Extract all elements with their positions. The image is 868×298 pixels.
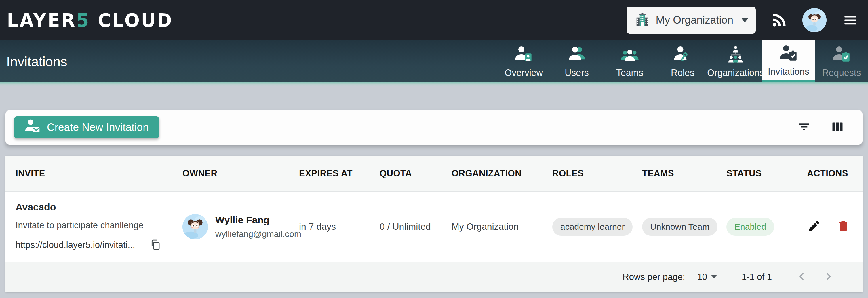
column-header-expires-at: EXPIRES AT — [299, 168, 380, 179]
tab-requests[interactable]: Requests — [815, 40, 868, 82]
column-header-status: STATUS — [726, 168, 807, 179]
layer5-cloud-logo: LAYER5 CLOUD — [7, 9, 173, 31]
column-header-teams: TEAMS — [642, 168, 726, 179]
invitations-table: INVITE OWNER EXPIRES AT QUOTA ORGANIZATI… — [5, 156, 863, 292]
status-badge: Enabled — [726, 218, 774, 236]
tab-label: Users — [565, 67, 589, 78]
rss-icon[interactable] — [771, 12, 787, 29]
create-new-invitation-button[interactable]: Create New Invitation — [14, 116, 159, 138]
section-header-bar: Invitations Overview Users — [0, 40, 868, 82]
column-header-quota: QUOTA — [380, 168, 452, 179]
invite-cell: Avacado Invitate to participate chanllen… — [16, 192, 183, 262]
tab-label: Overview — [504, 67, 543, 78]
column-header-invite: INVITE — [16, 168, 183, 179]
edit-pencil-icon[interactable] — [807, 219, 821, 234]
tab-overview[interactable]: Overview — [497, 40, 550, 82]
logo-word-layer: LAYER — [7, 9, 76, 31]
person-clipboard-check-icon — [779, 44, 798, 63]
teal-gradient-divider — [0, 82, 868, 86]
status-cell: Enabled — [726, 218, 807, 236]
expires-at-cell: in 7 days — [299, 221, 380, 232]
organization-select[interactable]: My Organization — [626, 7, 756, 34]
column-header-actions: ACTIONS — [807, 168, 863, 179]
org-tree-icon — [726, 45, 745, 64]
table-pagination: Rows per page: 10 1-1 of 1 — [5, 262, 863, 292]
building-icon — [634, 11, 651, 29]
page-title: Invitations — [0, 54, 67, 70]
tab-label: Teams — [616, 67, 643, 78]
person-badge-icon — [515, 45, 533, 64]
owner-name: Wyllie Fang — [215, 214, 301, 226]
top-app-bar: LAYER5 CLOUD — [0, 0, 868, 40]
column-header-owner: OWNER — [183, 168, 299, 179]
team-chip[interactable]: Unknown Team — [642, 218, 717, 236]
rows-per-page-value: 10 — [697, 272, 707, 282]
tab-label: Invitations — [768, 66, 809, 77]
rows-per-page-label: Rows per page: — [622, 272, 685, 282]
chevron-left-icon[interactable] — [795, 270, 808, 284]
person-key-icon — [674, 45, 692, 64]
logo-digit-5: 5 — [76, 9, 90, 31]
teams-icon — [620, 45, 639, 64]
actions-cell — [807, 219, 863, 234]
section-tabs: Overview Users Teams — [497, 40, 868, 82]
invite-description: Invitate to participate chanllenge — [16, 220, 171, 231]
role-chip[interactable]: academy learner — [552, 218, 632, 236]
pagination-range: 1-1 of 1 — [742, 272, 772, 282]
tab-label: Requests — [822, 67, 861, 78]
tab-invitations[interactable]: Invitations — [762, 40, 815, 82]
tab-users[interactable]: Users — [550, 40, 603, 82]
person-envelope-icon — [25, 118, 40, 137]
chevron-down-icon — [741, 18, 748, 23]
person-clipboard-check-icon — [832, 45, 851, 64]
table-row: Avacado Invitate to participate chanllen… — [5, 192, 863, 262]
table-header-row: INVITE OWNER EXPIRES AT QUOTA ORGANIZATI… — [5, 156, 863, 192]
table-toolbar: Create New Invitation — [5, 110, 863, 145]
tab-label: Organizations — [707, 67, 764, 78]
main-content: Create New Invitation INVITE — [0, 86, 868, 298]
teams-cell: Unknown Team — [642, 218, 726, 236]
hamburger-menu-icon[interactable] — [841, 11, 859, 29]
owner-avatar — [183, 214, 208, 240]
invite-name: Avacado — [16, 201, 171, 213]
tab-organizations[interactable]: Organizations — [709, 40, 762, 82]
column-header-roles: ROLES — [552, 168, 642, 179]
owner-cell: Wyllie Fang wylliefang@gmail.com — [183, 214, 299, 240]
invite-link[interactable]: https://cloud.layer5.io/invitati... — [16, 240, 135, 250]
users-icon — [567, 45, 586, 64]
column-header-organization: ORGANIZATION — [452, 168, 552, 179]
tab-teams[interactable]: Teams — [603, 40, 656, 82]
quota-cell: 0 / Unlimited — [380, 221, 452, 232]
view-columns-icon[interactable] — [830, 119, 845, 135]
chevron-down-icon — [711, 275, 717, 279]
logo-word-cloud: CLOUD — [98, 9, 173, 31]
organization-cell: My Organization — [452, 221, 552, 232]
delete-trash-icon[interactable] — [836, 219, 850, 234]
owner-email: wylliefang@gmail.com — [215, 229, 301, 239]
user-avatar[interactable] — [802, 8, 827, 32]
tab-roles[interactable]: Roles — [656, 40, 709, 82]
organization-select-value: My Organization — [656, 14, 733, 26]
chevron-right-icon[interactable] — [822, 270, 835, 284]
roles-cell: academy learner — [552, 218, 642, 236]
filter-list-icon[interactable] — [797, 119, 811, 135]
rows-per-page-select[interactable]: 10 — [697, 272, 717, 282]
tab-label: Roles — [671, 67, 694, 78]
create-button-label: Create New Invitation — [47, 121, 149, 133]
copy-icon[interactable] — [149, 238, 161, 252]
